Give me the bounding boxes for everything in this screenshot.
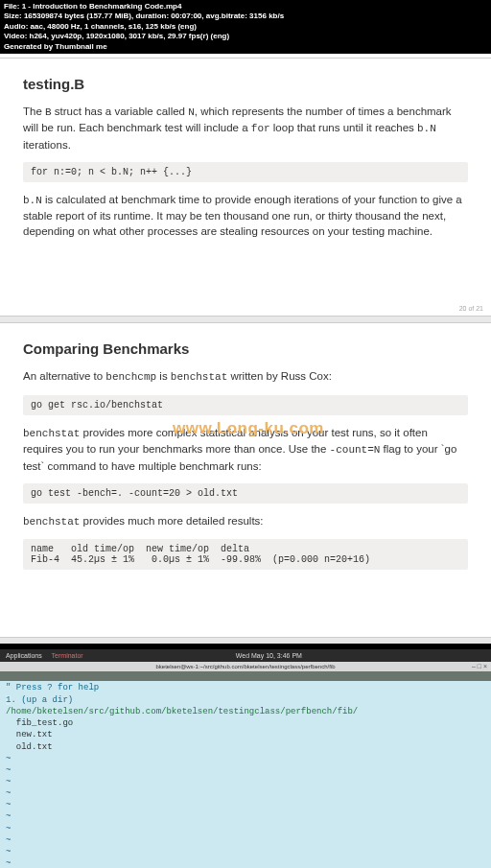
slide2-code2: go test -bench=. -count=20 > old.txt: [23, 483, 468, 504]
window-title-text: bketelsen@ws-1:~/src/github.com/bketelse…: [155, 664, 335, 669]
window-titlebar: bketelsen@ws-1:~/src/github.com/bketelse…: [0, 662, 491, 671]
meta-file: File: 1 - Introduction to Benchmarking C…: [4, 2, 487, 12]
meta-size: Size: 165309874 bytes (157.77 MiB), dura…: [4, 12, 487, 21]
empty-line: ~: [0, 753, 491, 764]
nerdtree-help: " Press ? for help: [0, 681, 491, 694]
meta-video: Video: h264, yuv420p, 1920x1080, 3017 kb…: [4, 32, 487, 41]
nerdtree-cwd: /home/bketelsen/src/github.com/bketelsen…: [0, 706, 491, 717]
empty-line: ~: [0, 834, 491, 846]
editor-pane[interactable]: 1. (up a dir) /home/bketelsen/src/github…: [0, 694, 491, 868]
slide2-para1: An alternative to benchcmp is benchstat …: [23, 368, 468, 385]
menu-terminator[interactable]: Terminator: [52, 652, 83, 659]
desktop-menubar[interactable]: Applications Terminator Wed May 10, 3:46…: [0, 649, 491, 662]
file-item[interactable]: new.txt: [0, 729, 491, 740]
empty-line: ~: [0, 787, 491, 799]
meta-audio: Audio: aac, 48000 Hz, 1 channels, s16, 1…: [4, 22, 487, 32]
slide1-para2: b.N is calculated at benchmark time to p…: [23, 192, 468, 240]
terminal-tabbar[interactable]: [0, 671, 491, 681]
slide2-para2: benchstat provides more complex statisti…: [23, 425, 468, 474]
empty-line: ~: [0, 776, 491, 787]
empty-line: ~: [0, 799, 491, 810]
slide-testing-b: testing.B The B struct has a variable ca…: [0, 58, 491, 317]
nerdtree-up-dir[interactable]: 1. (up a dir): [0, 694, 491, 706]
slide2-code3: name old time/op new time/op delta Fib-4…: [23, 539, 468, 570]
slide1-number: 20 of 21: [459, 305, 483, 312]
slide2-title: Comparing Benchmarks: [23, 340, 468, 357]
empty-line: ~: [0, 764, 491, 776]
empty-line: ~: [0, 846, 491, 857]
empty-line: ~: [0, 823, 491, 834]
slide1-para1: The B struct has a variable called N, wh…: [23, 104, 468, 152]
file-item[interactable]: fib_test.go: [0, 717, 491, 729]
menu-applications[interactable]: Applications: [6, 652, 42, 659]
slide2-para3: benchstat provides much more detailed re…: [23, 513, 468, 529]
slide1-code: for n:=0; n < b.N; n++ {...}: [23, 162, 468, 182]
slide-comparing-benchmarks: Comparing Benchmarks An alternative to b…: [0, 322, 491, 638]
menu-clock: Wed May 10, 3:46 PM: [236, 652, 302, 659]
window-controls[interactable]: – □ ×: [472, 662, 487, 671]
meta-gen: Generated by Thumbnail me: [4, 42, 487, 52]
file-item[interactable]: old.txt: [0, 741, 491, 753]
empty-line: ~: [0, 810, 491, 822]
video-metadata-header: File: 1 - Introduction to Benchmarking C…: [0, 0, 491, 58]
slide2-code1: go get rsc.io/benchstat: [23, 395, 468, 415]
slide1-title: testing.B: [23, 76, 468, 92]
empty-line: ~: [0, 857, 491, 868]
